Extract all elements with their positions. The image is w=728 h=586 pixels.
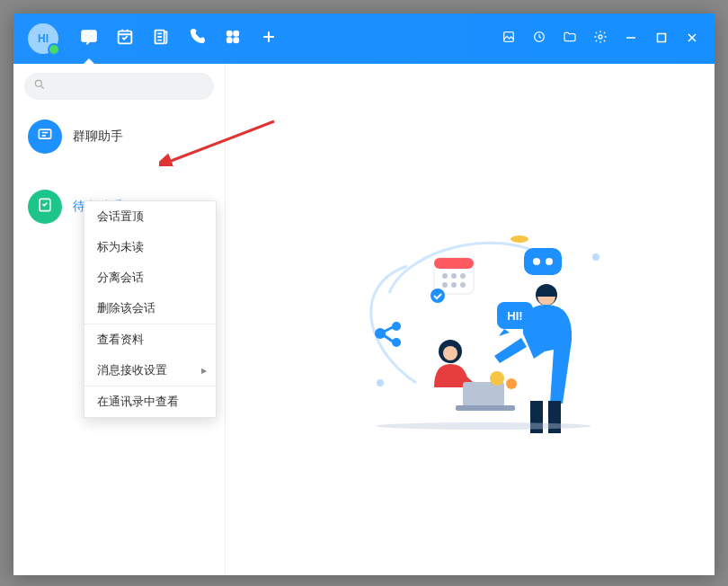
folder-button[interactable]: [555, 13, 585, 64]
nav-calendar[interactable]: [107, 13, 143, 64]
apps-icon: [224, 28, 242, 49]
svg-point-42: [490, 371, 504, 386]
profile-avatar[interactable]: HI: [28, 23, 58, 54]
nav-phone[interactable]: [179, 13, 215, 64]
history-button[interactable]: [524, 13, 555, 64]
sidebar: 群聊助手 待办助手 会话置顶 标为未读 分离会话 删除该会话: [13, 64, 226, 575]
ctx-mark-unread[interactable]: 标为未读: [84, 232, 216, 262]
todo-icon: [36, 196, 54, 218]
svg-point-33: [392, 322, 401, 331]
conversation-avatar: [28, 190, 62, 224]
nav-apps[interactable]: [215, 13, 251, 64]
context-menu: 会话置顶 标为未读 分离会话 删除该会话 查看资料 消息接收设置 在通讯录中查看: [84, 200, 217, 418]
svg-point-20: [442, 273, 448, 279]
nav-add[interactable]: [251, 13, 287, 64]
newspaper-icon: [151, 27, 171, 50]
conversation-item[interactable]: 群聊助手: [13, 109, 225, 164]
gear-icon: [593, 30, 608, 48]
svg-point-12: [35, 80, 41, 86]
window-close[interactable]: [677, 13, 707, 64]
conversation-avatar: [28, 120, 62, 154]
titlebar: HI HI!: [13, 13, 715, 64]
groupchat-icon: [36, 126, 54, 147]
svg-point-26: [431, 289, 445, 303]
svg-rect-41: [456, 405, 515, 411]
minimize-icon: [626, 31, 636, 47]
calendar-icon: [115, 27, 135, 50]
svg-point-39: [443, 346, 457, 360]
svg-rect-2: [119, 31, 132, 44]
ctx-detach-conversation[interactable]: 分离会话: [84, 262, 216, 293]
ctx-view-profile[interactable]: 查看资料: [84, 324, 216, 355]
avatar-label: HI: [38, 32, 49, 45]
svg-point-17: [510, 235, 528, 243]
svg-rect-6: [226, 38, 232, 43]
svg-rect-40: [463, 382, 504, 407]
svg-rect-19: [434, 258, 474, 269]
empty-illustration: HI!: [326, 203, 614, 437]
app-window: HI HI!: [13, 13, 715, 575]
main-empty-pane: HI!: [226, 64, 715, 575]
svg-rect-5: [234, 31, 239, 36]
plus-icon: [260, 28, 278, 49]
chat-icon: HI!: [79, 27, 99, 50]
search-icon: [33, 78, 46, 94]
svg-point-44: [376, 422, 591, 430]
svg-text:HI!: HI!: [507, 309, 522, 323]
svg-point-10: [599, 35, 602, 39]
nav-news[interactable]: [143, 13, 179, 64]
svg-point-28: [533, 258, 540, 265]
svg-text:HI!: HI!: [84, 32, 93, 40]
svg-point-29: [546, 258, 553, 265]
nav-chat[interactable]: HI!: [71, 13, 107, 64]
svg-rect-11: [658, 34, 666, 42]
svg-point-25: [460, 282, 466, 288]
search-wrap: [13, 64, 225, 109]
capture-icon: [502, 30, 516, 48]
svg-point-16: [592, 253, 599, 261]
folder-icon: [563, 30, 577, 48]
svg-point-43: [506, 378, 517, 389]
body: 群聊助手 待办助手 会话置顶 标为未读 分离会话 删除该会话: [13, 64, 715, 575]
svg-point-22: [460, 273, 466, 279]
settings-button[interactable]: [585, 13, 616, 64]
close-icon: [687, 31, 697, 47]
svg-point-24: [451, 282, 457, 288]
svg-rect-4: [226, 31, 232, 36]
svg-rect-27: [524, 248, 562, 275]
ctx-view-in-contacts[interactable]: 在通讯录中查看: [84, 386, 216, 417]
svg-point-32: [375, 328, 386, 339]
phone-icon: [188, 28, 206, 49]
maximize-icon: [656, 31, 667, 47]
svg-point-34: [392, 338, 401, 347]
history-icon: [532, 30, 546, 48]
window-minimize[interactable]: [616, 13, 646, 64]
ctx-message-settings[interactable]: 消息接收设置: [84, 355, 216, 386]
conversation-title: 群聊助手: [73, 129, 123, 145]
svg-rect-13: [39, 129, 50, 138]
svg-point-23: [442, 282, 448, 288]
svg-point-15: [377, 379, 384, 386]
ctx-delete-conversation[interactable]: 删除该会话: [84, 293, 216, 324]
search-input[interactable]: [24, 73, 214, 100]
ctx-pin-conversation[interactable]: 会话置顶: [84, 201, 216, 232]
svg-point-21: [451, 273, 457, 279]
svg-rect-7: [234, 38, 239, 43]
window-maximize[interactable]: [646, 13, 677, 64]
svg-rect-8: [504, 32, 514, 42]
screenshot-button[interactable]: [493, 13, 524, 64]
